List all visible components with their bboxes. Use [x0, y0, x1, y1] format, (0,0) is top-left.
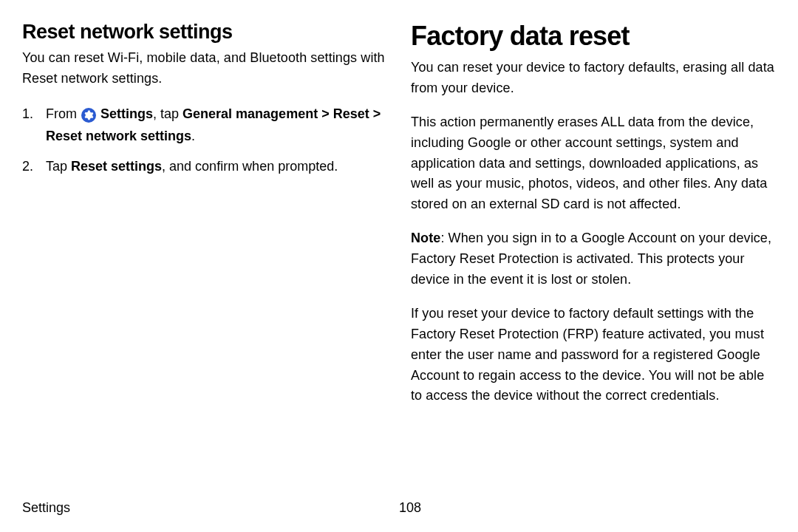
- step1-mid: , tap: [153, 106, 183, 121]
- factory-p4: If you reset your device to factory defa…: [411, 304, 776, 406]
- step-1: From Settings, tap General management > …: [22, 103, 387, 148]
- step2-bold: Reset settings: [71, 159, 162, 174]
- step1-pre: From: [46, 106, 81, 121]
- left-column: Reset network settings You can reset Wi-…: [22, 21, 387, 494]
- right-column: Factory data reset You can reset your de…: [411, 21, 776, 494]
- note-label: Note: [411, 231, 440, 245]
- factory-p3-rest: : When you sign in to a Google Account o…: [411, 231, 771, 287]
- reset-network-intro: You can reset Wi-Fi, mobile data, and Bl…: [22, 48, 387, 89]
- step2-post: , and confirm when prompted.: [162, 159, 338, 174]
- page-columns: Reset network settings You can reset Wi-…: [22, 21, 776, 494]
- page-footer: Settings 108: [22, 500, 776, 516]
- factory-p1: You can reset your device to factory def…: [411, 58, 776, 99]
- footer-section-label: Settings: [22, 500, 399, 516]
- factory-reset-heading: Factory data reset: [411, 21, 776, 52]
- step1-post: .: [191, 129, 195, 143]
- step-2: Tap Reset settings, and confirm when pro…: [22, 155, 387, 178]
- step1-path: General management > Reset > Reset netwo…: [46, 106, 381, 144]
- factory-p2: This action permanently erases ALL data …: [411, 112, 776, 215]
- footer-page-number: 108: [399, 500, 421, 516]
- factory-p3: Note: When you sign in to a Google Accou…: [411, 228, 776, 290]
- reset-network-heading: Reset network settings: [22, 21, 387, 44]
- step1-settings: Settings: [100, 106, 153, 121]
- step2-pre: Tap: [46, 159, 71, 174]
- steps-list: From Settings, tap General management > …: [22, 103, 387, 178]
- settings-gear-icon: [81, 108, 96, 123]
